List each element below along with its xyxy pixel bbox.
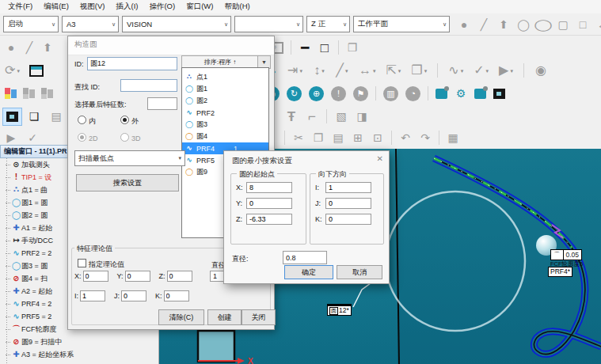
close-button[interactable]: 关闭 [242, 309, 276, 325]
field-input[interactable] [167, 271, 192, 282]
field-input[interactable] [80, 290, 105, 301]
camera-icon[interactable]: ◉ [534, 64, 547, 77]
globe-icon[interactable]: ⊕ [309, 86, 324, 101]
toolbar-combo[interactable]: ∨ [234, 16, 303, 32]
width-icon[interactable]: ↔ [359, 64, 376, 77]
field-input[interactable] [83, 271, 108, 282]
menu-item[interactable]: 文件(F) [2, 1, 38, 13]
field-input[interactable] [246, 198, 292, 209]
toolbar-combo[interactable]: A3∨ [62, 16, 119, 32]
tree-item[interactable]: ✚A3 = 起始坐标系 [2, 348, 158, 361]
gears-icon[interactable]: ⚙ [455, 88, 467, 99]
distance-icon[interactable]: ↔ [596, 19, 601, 30]
field-input[interactable] [164, 290, 189, 301]
radio-3d[interactable]: 3D [120, 133, 141, 142]
radio-2d[interactable]: 2D [78, 133, 98, 142]
feature-list-item[interactable]: ◯圆3 [182, 119, 268, 131]
square-icon[interactable]: □ [576, 19, 589, 30]
field-input[interactable] [246, 182, 292, 193]
paste-icon[interactable]: ▤ [332, 132, 344, 143]
cube-bulb-icon[interactable] [436, 89, 447, 99]
shape-menu-icon[interactable]: ⟳ [5, 64, 20, 77]
point-icon[interactable]: ● [458, 19, 470, 30]
clipboard-add-icon[interactable]: ▥ [383, 86, 398, 101]
close-icon[interactable]: ✕ [377, 154, 383, 163]
redo-icon[interactable]: ↷ [419, 132, 432, 143]
rect-bold-icon[interactable]: □ [318, 41, 331, 55]
dialog-title[interactable]: 构造圆 [68, 36, 274, 55]
feature-list-item[interactable]: ∴点1 [182, 71, 268, 83]
radio-inner[interactable]: 内 [78, 116, 96, 127]
line-thick-icon[interactable]: ━ [299, 41, 311, 55]
field-input[interactable] [325, 182, 371, 193]
last-features-input[interactable] [147, 97, 177, 110]
cancel-button[interactable]: 取消 [337, 265, 382, 279]
undo-icon[interactable]: ↶ [399, 132, 412, 143]
field-input[interactable] [125, 271, 150, 282]
line-icon[interactable]: ╱ [23, 42, 36, 53]
search-settings-button[interactable]: 搜索设置 [76, 174, 179, 191]
curve-gear-icon[interactable]: ∿ [448, 64, 463, 77]
feature-list-item[interactable]: ◯圆1 [182, 83, 268, 95]
diameter-input[interactable] [283, 251, 327, 264]
height-icon[interactable]: ⬆ [497, 19, 510, 30]
ok-button[interactable]: 确定 [284, 265, 333, 279]
toolbar-combo[interactable]: 工作平面∨ [353, 16, 450, 32]
prf-feature-label[interactable]: PRF4* [548, 267, 572, 277]
cube-shield-icon[interactable]: ◨ [356, 111, 368, 122]
copy2-icon[interactable]: ❐ [312, 132, 325, 143]
dialog-title[interactable]: 圆的最小搜索设置 [224, 151, 389, 166]
field-input[interactable] [325, 214, 371, 225]
circle-icon[interactable]: ◯ [517, 19, 530, 30]
tree-item[interactable]: ⊘圆9 = 扫描中 [2, 336, 158, 348]
id-input[interactable] [87, 57, 177, 70]
cube-wire-icon[interactable] [29, 65, 44, 77]
line-icon[interactable]: ╱ [477, 19, 490, 30]
scan-mode-select[interactable]: 扫描最低点▾ [74, 150, 185, 166]
copy-save-icon[interactable]: ❐ [346, 42, 359, 53]
field-input[interactable] [325, 198, 371, 209]
theoretical-checkbox[interactable]: 指定理论值 [78, 259, 124, 270]
feature-list-item[interactable]: ◯圆2 [182, 95, 268, 107]
toolbar-combo[interactable]: VISION∨ [122, 16, 231, 32]
ellipse-icon[interactable]: ◯ [534, 19, 553, 30]
profile-tolerance-callout[interactable]: ⌒ 0.05 [550, 249, 582, 260]
probe-down-icon[interactable]: ! [331, 86, 346, 101]
menu-item[interactable]: 操作(O) [143, 1, 181, 13]
doc-shield-icon[interactable]: ▧ [335, 111, 348, 122]
feature-list-item[interactable]: ◯圆4 [182, 131, 268, 142]
slot-icon[interactable]: ▢ [557, 19, 569, 30]
menu-item[interactable]: 视图(V) [74, 1, 111, 13]
line2-icon[interactable]: ╱ [336, 64, 348, 77]
create-button[interactable]: 创建 [207, 309, 242, 325]
toolbar-combo[interactable]: Z 正∨ [306, 16, 350, 32]
tiles-gray-icon[interactable] [23, 88, 35, 99]
gauge-icon[interactable]: ◔ [405, 86, 420, 101]
rotate-icon[interactable]: ↻ [287, 86, 302, 101]
point-icon[interactable]: ● [5, 42, 17, 53]
menu-item[interactable]: 帮助(H) [219, 1, 255, 13]
cube-black-sel-icon[interactable] [6, 112, 18, 122]
play2-icon[interactable]: ▶ [5, 132, 17, 143]
cut-icon[interactable]: ✂ [292, 132, 305, 143]
tiles-color-icon[interactable] [5, 88, 17, 99]
check2-icon[interactable]: ✓ [26, 132, 39, 143]
menu-item[interactable]: 窗口(W) [181, 1, 219, 13]
probe-t-icon[interactable]: Ŧ [285, 110, 298, 123]
grid-cal-icon[interactable]: ⊡ [371, 132, 384, 143]
flag-icon[interactable]: ⚑ [353, 86, 368, 101]
radio-outer[interactable]: 外 [120, 116, 139, 127]
updown-icon[interactable]: ↕ [313, 64, 325, 77]
cube-copy-icon[interactable]: ❏ [28, 111, 40, 122]
play-icon[interactable]: ▶ [499, 64, 513, 77]
print-icon[interactable]: ▦ [447, 132, 459, 143]
check-icon[interactable]: ✓ [474, 64, 489, 77]
clear-button[interactable]: 清除(C) [158, 309, 204, 325]
corner-icon[interactable]: ⌐ [306, 110, 318, 123]
grid-gear-icon[interactable]: ⊞ [352, 132, 364, 143]
toolbar-combo[interactable]: 启动∨ [3, 16, 59, 32]
cube-gear-icon[interactable] [474, 89, 486, 99]
field-input[interactable] [121, 290, 146, 301]
circle-feature-label[interactable]: 圆 12* [327, 304, 352, 316]
tiles-gray2-icon[interactable] [41, 88, 53, 99]
